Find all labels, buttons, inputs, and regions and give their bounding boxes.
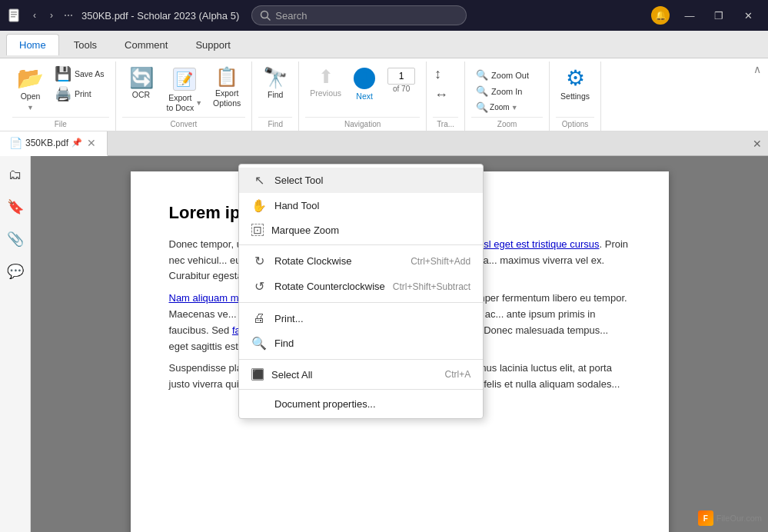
ribbon-collapse-button[interactable]: ∧ [750, 62, 765, 77]
ribbon-group-options: ⚙ Settings Options [550, 62, 601, 131]
hand-tool-icon: ✋ [251, 198, 267, 213]
ctx-print-icon: 🖨 [251, 311, 267, 325]
save-as-button[interactable]: 💾 Save As [50, 65, 109, 83]
page-total: of 70 [393, 85, 410, 93]
context-menu-print[interactable]: 🖨 Print... [239, 306, 483, 331]
nav-group-items: ⬆ Previous ⬇ Next of 70 [305, 62, 420, 115]
ctx-doc-properties-left: Document properties... [251, 398, 376, 410]
tab-comment[interactable]: Comment [111, 34, 181, 55]
notification-badge[interactable]: 🔔 [651, 6, 670, 25]
context-menu-doc-properties[interactable]: Document properties... [239, 393, 483, 415]
sidebar-item-bookmarks[interactable]: 🔖 [3, 195, 28, 219]
open-button[interactable]: 📂 Open ▼ [12, 65, 48, 115]
options-group-label: Options [556, 117, 594, 131]
zoom-out-icon: 🔍 [476, 69, 488, 81]
main-area: 🗂 🔖 📎 💬 Lorem ipsum dolor sit amet, cons… [0, 156, 768, 532]
context-menu-select-all[interactable]: ⬛ Select All Ctrl+A [239, 363, 483, 386]
export-options-icon: 📋 [215, 68, 238, 86]
tab-home[interactable]: Home [6, 34, 59, 55]
svg-line-5 [268, 18, 271, 21]
transform-icon-1[interactable]: ↕ [433, 65, 443, 84]
select-all-shortcut: Ctrl+A [445, 369, 471, 380]
context-menu-marquee-zoom[interactable]: ⊡ Marquee Zoom [239, 218, 483, 241]
settings-icon: ⚙ [566, 68, 585, 89]
zoom-in-button[interactable]: 🔍 Zoom In [471, 84, 534, 98]
rotate-cw-label: Rotate Clockwise [274, 255, 351, 267]
svg-rect-1 [11, 12, 17, 13]
page-number-input[interactable] [387, 68, 415, 85]
ctx-print-label: Print... [274, 313, 304, 324]
document-tab[interactable]: 📄 350KB.pdf 📌 ✕ [0, 131, 108, 156]
back-button[interactable]: ‹ [28, 8, 42, 22]
sidebar-item-attachments[interactable]: 📎 [3, 227, 28, 251]
context-menu-hand-tool[interactable]: ✋ Hand Tool [239, 193, 483, 218]
export-options-button[interactable]: 📋 ExportOptions [208, 65, 245, 111]
ctx-marquee-zoom-left: ⊡ Marquee Zoom [251, 224, 339, 236]
ctx-find-left: 🔍 Find [251, 336, 294, 351]
tab-support[interactable]: Support [182, 34, 244, 55]
marquee-zoom-label: Marquee Zoom [271, 224, 339, 236]
svg-rect-2 [11, 14, 17, 15]
ctx-print-left: 🖨 Print... [251, 311, 304, 325]
context-menu-rotate-ccw[interactable]: ↺ Rotate Counterclockwise Ctrl+Shift+Sub… [239, 274, 483, 299]
print-button[interactable]: 🖨️ Print [50, 85, 109, 103]
zoom-controls: 🔍 Zoom Out 🔍 Zoom In 🔍 Zoom ▼ [471, 65, 534, 115]
zoom-dropdown-button[interactable]: 🔍 Zoom ▼ [471, 100, 534, 115]
options-group-items: ⚙ Settings [556, 62, 594, 115]
settings-button[interactable]: ⚙ Settings [556, 65, 594, 105]
zoom-out-button[interactable]: 🔍 Zoom Out [471, 68, 534, 82]
sidebar-item-pages[interactable]: 🗂 [3, 162, 28, 187]
tra-group-label: Tra... [433, 117, 458, 131]
zoom-out-label: Zoom Out [491, 71, 529, 80]
ctx-select-all-label: Select All [271, 369, 312, 381]
file-secondary-buttons: 💾 Save As 🖨️ Print [50, 65, 109, 103]
search-input[interactable] [275, 10, 429, 22]
ribbon-tabs: Home Tools Comment Support [0, 31, 768, 58]
zoom-icon: 🔍 [476, 101, 488, 113]
ribbon-group-zoom: 🔍 Zoom Out 🔍 Zoom In 🔍 Zoom ▼ Zoom [465, 62, 550, 131]
next-page-button[interactable]: ⬇ Next [347, 65, 381, 105]
find-group-items: 🔭 Find [258, 62, 292, 115]
minimize-button[interactable]: — [676, 3, 703, 28]
ctx-find-icon: 🔍 [251, 336, 267, 351]
doc-tab-pin-icon[interactable]: 📌 [71, 138, 82, 148]
convert-group-items: 🔄 OCR 📝 Exportto Docx ▼ 📋 ExportOptions [122, 62, 246, 115]
context-menu-find[interactable]: 🔍 Find [239, 331, 483, 356]
transform-icon-2[interactable]: ↔ [433, 85, 450, 105]
file-group-items: 📂 Open ▼ 💾 Save As 🖨️ Print [12, 62, 109, 115]
forward-button[interactable]: › [45, 8, 58, 22]
doc-area-close-button[interactable]: ✕ [746, 138, 768, 150]
ribbon-group-navigation: ⬆ Previous ⬇ Next of 70 Navigation [299, 62, 427, 131]
export-to-doc-button[interactable]: 📝 Exportto Docx ▼ [162, 65, 208, 115]
watermark-logo: F [698, 510, 713, 526]
previous-page-button[interactable]: ⬆ Previous [305, 65, 346, 101]
open-label: Open [21, 91, 41, 101]
context-menu-rotate-cw[interactable]: ↻ Rotate Clockwise Ctrl+Shift+Add [239, 248, 483, 274]
next-icon: ⬇ [354, 68, 375, 89]
ribbon-group-convert: 🔄 OCR 📝 Exportto Docx ▼ 📋 ExportOptions … [116, 62, 253, 131]
sidebar-item-comments[interactable]: 💬 [3, 259, 28, 284]
document-tabbar: 📄 350KB.pdf 📌 ✕ ✕ [0, 131, 768, 156]
ocr-button[interactable]: 🔄 OCR [122, 65, 161, 103]
zoom-dropdown-label: Zoom [490, 103, 510, 111]
search-bar[interactable] [251, 5, 467, 25]
ctx-divider-1 [239, 244, 483, 245]
watermark-text: FileOur.com [716, 514, 762, 523]
ctx-find-label: Find [274, 337, 294, 349]
doc-tab-close-button[interactable]: ✕ [85, 137, 98, 149]
export-doc-icon: 📝 [173, 68, 196, 91]
tab-tools[interactable]: Tools [61, 34, 110, 55]
ctx-rotate-cw-left: ↻ Rotate Clockwise [251, 254, 351, 268]
window-title: 350KB.pdf - Scholar 2023 (Alpha 5) [81, 10, 239, 22]
find-button[interactable]: 🔭 Find [258, 65, 292, 103]
menu-button[interactable]: ⋯ [62, 8, 75, 22]
ctx-doc-properties-label: Document properties... [274, 398, 376, 410]
context-menu-select-tool[interactable]: ↖ Select Tool [239, 168, 483, 193]
maximize-button[interactable]: ❐ [705, 3, 733, 28]
zoom-dropdown-arrow: ▼ [511, 104, 518, 111]
ctx-select-tool-left: ↖ Select Tool [251, 173, 323, 188]
convert-group-label: Convert [122, 117, 246, 131]
previous-label: Previous [310, 88, 341, 98]
close-button[interactable]: ✕ [734, 3, 762, 28]
tra-group-items: ↕ ↔ [433, 62, 458, 115]
